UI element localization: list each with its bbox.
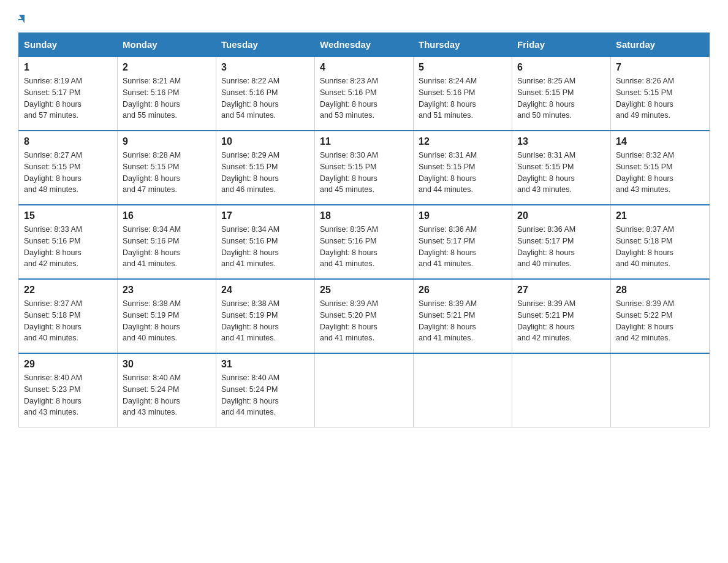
- day-number: 19: [419, 210, 507, 221]
- header-row: SundayMondayTuesdayWednesdayThursdayFrid…: [19, 33, 710, 57]
- header-sunday: Sunday: [19, 33, 118, 57]
- calendar-cell: 29 Sunrise: 8:40 AMSunset: 5:23 PMDaylig…: [19, 353, 118, 427]
- calendar-cell: [315, 353, 414, 427]
- day-info: Sunrise: 8:33 AMSunset: 5:16 PMDaylight:…: [24, 225, 82, 268]
- day-number: 28: [616, 285, 704, 296]
- day-number: 1: [24, 62, 112, 73]
- calendar-cell: 12 Sunrise: 8:31 AMSunset: 5:15 PMDaylig…: [414, 131, 512, 205]
- calendar-cell: 4 Sunrise: 8:23 AMSunset: 5:16 PMDayligh…: [315, 56, 414, 131]
- day-number: 7: [616, 62, 704, 73]
- calendar-cell: 9 Sunrise: 8:28 AMSunset: 5:15 PMDayligh…: [118, 131, 216, 205]
- day-info: Sunrise: 8:38 AMSunset: 5:19 PMDaylight:…: [123, 299, 181, 342]
- day-info: Sunrise: 8:39 AMSunset: 5:20 PMDaylight:…: [320, 299, 378, 342]
- calendar-cell: [512, 353, 611, 427]
- calendar-cell: 19 Sunrise: 8:36 AMSunset: 5:17 PMDaylig…: [414, 205, 512, 279]
- day-info: Sunrise: 8:25 AMSunset: 5:15 PMDaylight:…: [517, 77, 575, 120]
- day-number: 8: [24, 136, 112, 147]
- calendar-cell: 1 Sunrise: 8:19 AMSunset: 5:17 PMDayligh…: [19, 56, 118, 131]
- day-info: Sunrise: 8:31 AMSunset: 5:15 PMDaylight:…: [419, 151, 477, 194]
- day-number: 27: [517, 285, 605, 296]
- day-number: 25: [320, 285, 408, 296]
- day-number: 3: [221, 62, 309, 73]
- header-thursday: Thursday: [414, 33, 512, 57]
- day-info: Sunrise: 8:39 AMSunset: 5:22 PMDaylight:…: [616, 299, 674, 342]
- calendar-cell: 10 Sunrise: 8:29 AMSunset: 5:15 PMDaylig…: [216, 131, 315, 205]
- day-number: 12: [419, 136, 507, 147]
- day-info: Sunrise: 8:30 AMSunset: 5:15 PMDaylight:…: [320, 151, 378, 194]
- day-number: 13: [517, 136, 605, 147]
- week-row-3: 15 Sunrise: 8:33 AMSunset: 5:16 PMDaylig…: [19, 205, 710, 279]
- week-row-2: 8 Sunrise: 8:27 AMSunset: 5:15 PMDayligh…: [19, 131, 710, 205]
- day-info: Sunrise: 8:40 AMSunset: 5:24 PMDaylight:…: [221, 373, 279, 416]
- day-number: 2: [123, 62, 211, 73]
- calendar-cell: 31 Sunrise: 8:40 AMSunset: 5:24 PMDaylig…: [216, 353, 315, 427]
- calendar-cell: 25 Sunrise: 8:39 AMSunset: 5:20 PMDaylig…: [315, 279, 414, 353]
- day-info: Sunrise: 8:19 AMSunset: 5:17 PMDaylight:…: [24, 77, 82, 120]
- day-info: Sunrise: 8:35 AMSunset: 5:16 PMDaylight:…: [320, 225, 378, 268]
- calendar-header: SundayMondayTuesdayWednesdayThursdayFrid…: [19, 33, 710, 57]
- calendar-cell: 7 Sunrise: 8:26 AMSunset: 5:15 PMDayligh…: [611, 56, 710, 131]
- header-friday: Friday: [512, 33, 611, 57]
- header-tuesday: Tuesday: [216, 33, 315, 57]
- week-row-4: 22 Sunrise: 8:37 AMSunset: 5:18 PMDaylig…: [19, 279, 710, 353]
- calendar-cell: [611, 353, 710, 427]
- calendar-cell: 30 Sunrise: 8:40 AMSunset: 5:24 PMDaylig…: [118, 353, 216, 427]
- day-info: Sunrise: 8:37 AMSunset: 5:18 PMDaylight:…: [616, 225, 674, 268]
- calendar-cell: 27 Sunrise: 8:39 AMSunset: 5:21 PMDaylig…: [512, 279, 611, 353]
- calendar-cell: 26 Sunrise: 8:39 AMSunset: 5:21 PMDaylig…: [414, 279, 512, 353]
- day-info: Sunrise: 8:34 AMSunset: 5:16 PMDaylight:…: [123, 225, 181, 268]
- day-info: Sunrise: 8:24 AMSunset: 5:16 PMDaylight:…: [419, 77, 477, 120]
- day-info: Sunrise: 8:28 AMSunset: 5:15 PMDaylight:…: [123, 151, 181, 194]
- logo: [18, 12, 25, 20]
- day-info: Sunrise: 8:38 AMSunset: 5:19 PMDaylight:…: [221, 299, 279, 342]
- calendar-cell: 18 Sunrise: 8:35 AMSunset: 5:16 PMDaylig…: [315, 205, 414, 279]
- calendar-cell: 15 Sunrise: 8:33 AMSunset: 5:16 PMDaylig…: [19, 205, 118, 279]
- page-header: [18, 12, 710, 20]
- header-wednesday: Wednesday: [315, 33, 414, 57]
- calendar-cell: 21 Sunrise: 8:37 AMSunset: 5:18 PMDaylig…: [611, 205, 710, 279]
- calendar-table: SundayMondayTuesdayWednesdayThursdayFrid…: [18, 33, 710, 427]
- day-info: Sunrise: 8:36 AMSunset: 5:17 PMDaylight:…: [419, 225, 477, 268]
- day-number: 16: [123, 210, 211, 221]
- day-number: 24: [221, 285, 309, 296]
- week-row-1: 1 Sunrise: 8:19 AMSunset: 5:17 PMDayligh…: [19, 56, 710, 131]
- calendar-cell: 5 Sunrise: 8:24 AMSunset: 5:16 PMDayligh…: [414, 56, 512, 131]
- day-number: 20: [517, 210, 605, 221]
- calendar-cell: [414, 353, 512, 427]
- calendar-cell: 6 Sunrise: 8:25 AMSunset: 5:15 PMDayligh…: [512, 56, 611, 131]
- day-number: 30: [123, 359, 211, 370]
- day-info: Sunrise: 8:36 AMSunset: 5:17 PMDaylight:…: [517, 225, 575, 268]
- calendar-cell: 14 Sunrise: 8:32 AMSunset: 5:15 PMDaylig…: [611, 131, 710, 205]
- day-number: 4: [320, 62, 408, 73]
- day-info: Sunrise: 8:40 AMSunset: 5:24 PMDaylight:…: [123, 373, 181, 416]
- day-info: Sunrise: 8:31 AMSunset: 5:15 PMDaylight:…: [517, 151, 575, 194]
- day-number: 29: [24, 359, 112, 370]
- day-number: 22: [24, 285, 112, 296]
- day-number: 26: [419, 285, 507, 296]
- day-number: 6: [517, 62, 605, 73]
- calendar-cell: 24 Sunrise: 8:38 AMSunset: 5:19 PMDaylig…: [216, 279, 315, 353]
- week-row-5: 29 Sunrise: 8:40 AMSunset: 5:23 PMDaylig…: [19, 353, 710, 427]
- day-info: Sunrise: 8:34 AMSunset: 5:16 PMDaylight:…: [221, 225, 279, 268]
- calendar-cell: 3 Sunrise: 8:22 AMSunset: 5:16 PMDayligh…: [216, 56, 315, 131]
- header-monday: Monday: [118, 33, 216, 57]
- day-number: 21: [616, 210, 704, 221]
- day-number: 18: [320, 210, 408, 221]
- day-info: Sunrise: 8:26 AMSunset: 5:15 PMDaylight:…: [616, 77, 674, 120]
- day-info: Sunrise: 8:22 AMSunset: 5:16 PMDaylight:…: [221, 77, 279, 120]
- day-info: Sunrise: 8:39 AMSunset: 5:21 PMDaylight:…: [419, 299, 477, 342]
- day-number: 17: [221, 210, 309, 221]
- day-info: Sunrise: 8:27 AMSunset: 5:15 PMDaylight:…: [24, 151, 82, 194]
- calendar-cell: 11 Sunrise: 8:30 AMSunset: 5:15 PMDaylig…: [315, 131, 414, 205]
- day-info: Sunrise: 8:29 AMSunset: 5:15 PMDaylight:…: [221, 151, 279, 194]
- day-number: 10: [221, 136, 309, 147]
- day-info: Sunrise: 8:40 AMSunset: 5:23 PMDaylight:…: [24, 373, 82, 416]
- day-number: 15: [24, 210, 112, 221]
- day-info: Sunrise: 8:39 AMSunset: 5:21 PMDaylight:…: [517, 299, 575, 342]
- calendar-cell: 2 Sunrise: 8:21 AMSunset: 5:16 PMDayligh…: [118, 56, 216, 131]
- calendar-cell: 20 Sunrise: 8:36 AMSunset: 5:17 PMDaylig…: [512, 205, 611, 279]
- day-info: Sunrise: 8:37 AMSunset: 5:18 PMDaylight:…: [24, 299, 82, 342]
- calendar-cell: 16 Sunrise: 8:34 AMSunset: 5:16 PMDaylig…: [118, 205, 216, 279]
- calendar-cell: 22 Sunrise: 8:37 AMSunset: 5:18 PMDaylig…: [19, 279, 118, 353]
- day-number: 14: [616, 136, 704, 147]
